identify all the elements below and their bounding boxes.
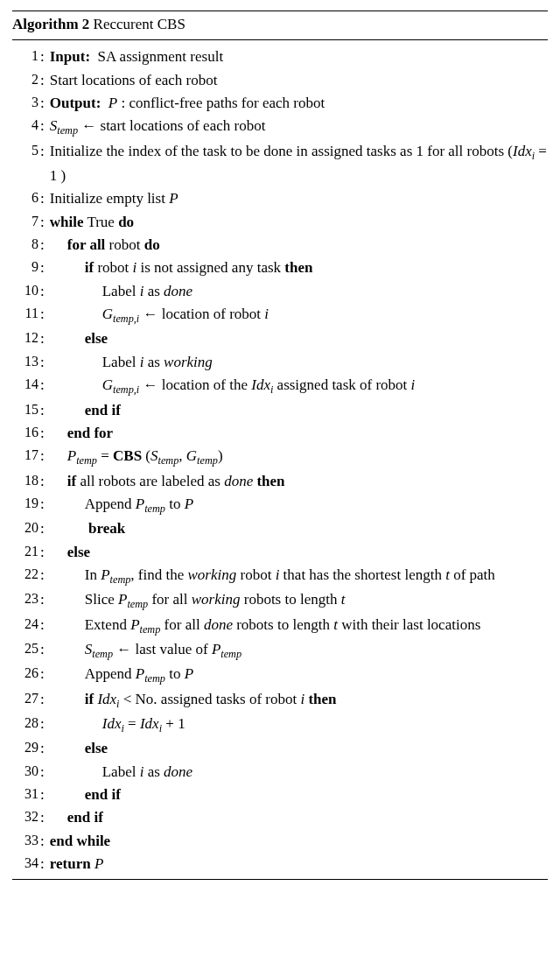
algo-line: 12:else [12, 327, 548, 350]
line-colon: : [40, 280, 50, 303]
line-content: Stemp ← last value of Ptemp [50, 638, 548, 663]
line-content: end if [50, 399, 548, 422]
line-content: Label i as working [50, 351, 548, 374]
line-colon: : [40, 399, 50, 422]
line-number: 4 [12, 115, 40, 137]
algo-line: 31:end if [12, 784, 548, 806]
line-colon: : [40, 115, 50, 137]
algo-line: 9:if robot i is not assigned any task th… [12, 257, 548, 279]
line-number: 17 [12, 445, 40, 467]
line-colon: : [40, 327, 50, 350]
line-number: 21 [12, 541, 40, 563]
line-number: 26 [12, 663, 40, 685]
algo-line: 11:Gtemp,i ← location of robot i [12, 303, 548, 327]
algo-line: 5:Initialize the index of the task to be… [12, 140, 548, 188]
line-number: 12 [12, 327, 40, 349]
line-colon: : [40, 374, 50, 397]
line-number: 3 [12, 92, 40, 114]
line-content: if Idxi < No. assigned tasks of robot i … [50, 688, 548, 713]
algo-line: 14:Gtemp,i ← location of the Idxi assign… [12, 374, 548, 398]
algo-line: 7:while True do [12, 211, 548, 234]
line-colon: : [40, 46, 50, 68]
line-content: Input: SA assignment result [50, 46, 548, 68]
algo-line: 13:Label i as working [12, 351, 548, 374]
algo-line: 28:Idxi = Idxi + 1 [12, 713, 548, 737]
algorithm-body: 1:Input: SA assignment result2:Start loc… [12, 40, 548, 879]
algo-line: 34:return P [12, 853, 548, 875]
algo-line: 8:for all robot do [12, 234, 548, 257]
line-content: end for [50, 422, 548, 445]
algorithm-block: Algorithm 2 Reccurent CBS 1:Input: SA as… [12, 11, 548, 880]
line-number: 30 [12, 761, 40, 783]
line-colon: : [40, 614, 50, 636]
algo-line: 10:Label i as done [12, 280, 548, 303]
line-content: end while [50, 830, 548, 853]
algo-line: 27:if Idxi < No. assigned tasks of robot… [12, 688, 548, 713]
line-number: 20 [12, 517, 40, 539]
line-number: 2 [12, 69, 40, 91]
algorithm-title-row: Algorithm 2 Reccurent CBS [12, 11, 548, 40]
line-content: Extend Ptemp for all done robots to leng… [50, 614, 548, 638]
line-number: 5 [12, 140, 40, 162]
line-colon: : [40, 211, 50, 234]
algo-line: 32:end if [12, 806, 548, 829]
line-number: 28 [12, 713, 40, 735]
line-colon: : [40, 806, 50, 829]
line-colon: : [40, 493, 50, 516]
line-content: Gtemp,i ← location of the Idxi assigned … [50, 374, 548, 398]
line-content: Initialize empty list P [50, 187, 548, 210]
line-colon: : [40, 422, 50, 445]
line-content: else [50, 327, 548, 350]
line-number: 15 [12, 399, 40, 421]
line-number: 13 [12, 351, 40, 373]
line-colon: : [40, 830, 50, 853]
line-content: if all robots are labeled as done then [50, 470, 548, 493]
line-colon: : [40, 257, 50, 279]
algo-line: 21:else [12, 541, 548, 564]
line-number: 11 [12, 303, 40, 325]
line-colon: : [40, 784, 50, 806]
line-colon: : [40, 688, 50, 711]
line-content: Slice Ptemp for all working robots to le… [50, 588, 548, 613]
line-content: Append Ptemp to P [50, 493, 548, 517]
algo-line: 15:end if [12, 399, 548, 422]
line-content: end if [50, 784, 548, 806]
algo-line: 30:Label i as done [12, 761, 548, 784]
line-content: Gtemp,i ← location of robot i [50, 303, 548, 327]
algo-line: 25:Stemp ← last value of Ptemp [12, 638, 548, 663]
algo-line: 3:Output: P : conflict-free paths for ea… [12, 92, 548, 115]
line-number: 19 [12, 493, 40, 515]
line-colon: : [40, 445, 50, 467]
line-number: 33 [12, 830, 40, 852]
algorithm-number: Algorithm 2 [12, 16, 89, 32]
algo-line: 26:Append Ptemp to P [12, 663, 548, 687]
line-number: 9 [12, 257, 40, 278]
line-content: break [50, 517, 548, 540]
line-content: Label i as done [50, 280, 548, 303]
line-number: 31 [12, 784, 40, 805]
line-content: Idxi = Idxi + 1 [50, 713, 548, 737]
line-content: Stemp ← start locations of each robot [50, 115, 548, 139]
line-content: In Ptemp, find the working robot i that … [50, 564, 548, 588]
line-colon: : [40, 713, 50, 735]
line-number: 6 [12, 187, 40, 209]
line-content: Start locations of each robot [50, 69, 548, 92]
line-content: Output: P : conflict-free paths for each… [50, 92, 548, 115]
line-colon: : [40, 588, 50, 611]
algo-line: 22:In Ptemp, find the working robot i th… [12, 564, 548, 588]
line-colon: : [40, 234, 50, 257]
line-content: Initialize the index of the task to be d… [50, 140, 548, 188]
algo-line: 29:else [12, 737, 548, 760]
line-number: 25 [12, 638, 40, 660]
line-content: for all robot do [50, 234, 548, 257]
line-colon: : [40, 69, 50, 92]
line-colon: : [40, 638, 50, 661]
line-content: Label i as done [50, 761, 548, 784]
line-number: 24 [12, 614, 40, 636]
line-content: if robot i is not assigned any task then [50, 257, 548, 279]
line-colon: : [40, 187, 50, 210]
line-number: 34 [12, 853, 40, 875]
line-colon: : [40, 517, 50, 540]
line-colon: : [40, 92, 50, 115]
algo-line: 2:Start locations of each robot [12, 69, 548, 92]
